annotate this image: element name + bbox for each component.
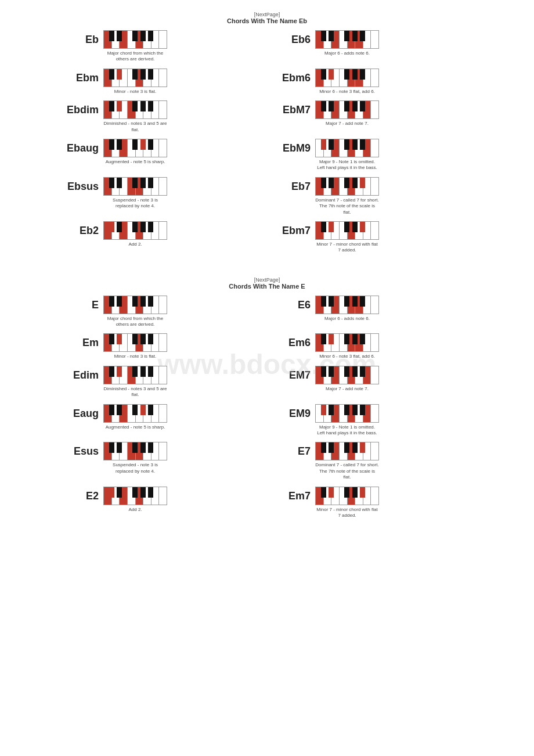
chord-name: Eb6: [276, 30, 311, 46]
chord-name: EbM7: [276, 100, 311, 116]
chord-content: Diminished - notes 3 and 5 are flat.: [103, 100, 167, 133]
piano-keyboard: [315, 333, 379, 352]
chord-item: Ebm7Minor 7 - minor chord with flat 7 ad…: [276, 221, 470, 254]
chord-content: Dominant 7 - called 7 for short. The 7th…: [315, 177, 379, 215]
chords-grid: EMajor chord from which the others are d…: [64, 296, 470, 519]
piano-keyboard: [103, 442, 167, 460]
chord-name: Em: [64, 333, 99, 349]
piano-keyboard: [315, 366, 379, 384]
chord-item: EbMajor chord from which the others are …: [64, 30, 258, 63]
section-title: Chords With The Name Eb: [23, 17, 511, 24]
chord-description: Diminished - notes 3 and 5 are flat.: [103, 386, 167, 398]
chord-description: Major chord from which the others are de…: [103, 316, 167, 328]
piano-keyboard: [103, 177, 167, 196]
chord-content: Major 9 - Note 1 is omitted. Left hand p…: [315, 139, 379, 171]
chord-description: Major 9 - Note 1 is omitted. Left hand p…: [315, 159, 379, 171]
section-eb-section: [NextPage]Chords With The Name EbEbMajor…: [0, 0, 534, 265]
chord-item: Eb6Major 6 - adds note 6.: [276, 30, 470, 63]
chord-description: Minor - note 3 is flat.: [114, 89, 156, 95]
chord-name: Eb7: [276, 177, 311, 193]
piano-keyboard: [315, 69, 379, 87]
chord-description: Major 7 - add note 7.: [326, 121, 369, 127]
piano-keyboard: [103, 30, 167, 49]
chord-description: Minor - note 3 is flat.: [114, 354, 156, 359]
chord-content: Minor - note 3 is flat.: [103, 69, 167, 95]
chord-item: Eb7Dominant 7 - called 7 for short. The …: [276, 177, 470, 215]
chord-name: E: [64, 296, 99, 311]
piano-keyboard: [315, 139, 379, 157]
chord-name: Eaug: [64, 404, 99, 420]
chord-description: Major 7 - add note 7.: [326, 386, 369, 392]
piano-keyboard: [103, 487, 167, 505]
chord-content: Add 2.: [103, 221, 167, 247]
chord-content: Major 6 - adds note 6.: [315, 30, 379, 56]
section-header: [NextPage]Chords With The Name E: [23, 277, 511, 290]
chord-description: Suspended - note 3 is replaced by note 4…: [103, 462, 167, 474]
piano-keyboard: [103, 404, 167, 423]
chord-item: EM7Major 7 - add note 7.: [276, 366, 470, 398]
chord-content: Major chord from which the others are de…: [103, 30, 167, 63]
chord-item: EbaugAugmented - note 5 is sharp.: [64, 139, 258, 171]
piano-keyboard: [103, 69, 167, 87]
chord-name: E6: [276, 296, 311, 311]
piano-keyboard: [315, 442, 379, 460]
chord-name: E2: [64, 487, 99, 502]
piano-keyboard: [103, 296, 167, 314]
chord-item: EaugAugmented - note 5 is sharp.: [64, 404, 258, 437]
chord-content: Major 7 - add note 7.: [315, 366, 379, 392]
chord-name: Ebm: [64, 69, 99, 84]
chord-content: Diminished - notes 3 and 5 are flat.: [103, 366, 167, 398]
piano-keyboard: [315, 487, 379, 505]
chord-item: EbM9Major 9 - Note 1 is omitted. Left ha…: [276, 139, 470, 171]
chord-item: EbM7Major 7 - add note 7.: [276, 100, 470, 133]
chord-description: Suspended - note 3 is replaced by note 4…: [103, 197, 167, 210]
chord-item: EbmMinor - note 3 is flat.: [64, 69, 258, 95]
chord-description: Add 2.: [128, 507, 142, 513]
chord-item: Eb2Add 2.: [64, 221, 258, 254]
piano-keyboard: [103, 366, 167, 384]
chord-description: Diminished - notes 3 and 5 are flat.: [103, 121, 167, 133]
chord-item: Ebm6Minor 6 - note 3 flat, add 6.: [276, 69, 470, 95]
section-header: [NextPage]Chords With The Name Eb: [23, 12, 511, 24]
chord-description: Augmented - note 5 is sharp.: [106, 424, 165, 430]
chord-item: E6Major 6 - adds note 6.: [276, 296, 470, 328]
piano-keyboard: [315, 404, 379, 423]
chord-name: EM9: [276, 404, 311, 420]
chord-content: Augmented - note 5 is sharp.: [103, 139, 167, 165]
chord-name: Ebsus: [64, 177, 99, 193]
chord-name: Ebaug: [64, 139, 99, 154]
chord-description: Dominant 7 - called 7 for short. The 7th…: [315, 197, 379, 215]
chord-description: Minor 6 - note 3 flat, add 6.: [319, 354, 375, 359]
chord-name: EM7: [276, 366, 311, 381]
chord-description: Major 6 - adds note 6.: [324, 51, 370, 56]
section-e-section: [NextPage]Chords With The Name EEMajor c…: [0, 265, 534, 531]
chord-content: Minor - note 3 is flat.: [103, 333, 167, 359]
chord-description: Dominant 7 - called 7 for short. The 7th…: [315, 462, 379, 480]
chord-name: Esus: [64, 442, 99, 458]
chord-content: Augmented - note 5 is sharp.: [103, 404, 167, 430]
chord-content: Minor 7 - minor chord with flat 7 added.: [315, 221, 379, 254]
chord-description: Minor 7 - minor chord with flat 7 added.: [315, 507, 379, 519]
chord-name: Edim: [64, 366, 99, 381]
piano-keyboard: [103, 221, 167, 240]
piano-keyboard: [315, 30, 379, 49]
chord-content: Minor 6 - note 3 flat, add 6.: [315, 69, 379, 95]
chord-content: Dominant 7 - called 7 for short. The 7th…: [315, 442, 379, 480]
chord-name: E7: [276, 442, 311, 458]
piano-keyboard: [315, 177, 379, 196]
chord-item: EM9Major 9 - Note 1 is omitted. Left han…: [276, 404, 470, 437]
chord-name: Eb2: [64, 221, 99, 237]
piano-keyboard: [315, 100, 379, 119]
chord-name: Em7: [276, 487, 311, 502]
piano-keyboard: [103, 100, 167, 119]
chord-name: Em6: [276, 333, 311, 349]
chord-name: Ebm6: [276, 69, 311, 84]
chord-item: EbsusSuspended - note 3 is replaced by n…: [64, 177, 258, 215]
next-page-label: [NextPage]: [23, 277, 511, 283]
chord-item: EsusSuspended - note 3 is replaced by no…: [64, 442, 258, 480]
chord-content: Minor 6 - note 3 flat, add 6.: [315, 333, 379, 359]
chord-item: EmMinor - note 3 is flat.: [64, 333, 258, 359]
chord-description: Major 6 - adds note 6.: [324, 316, 370, 322]
chord-description: Major chord from which the others are de…: [103, 51, 167, 63]
chord-name: Eb: [64, 30, 99, 46]
